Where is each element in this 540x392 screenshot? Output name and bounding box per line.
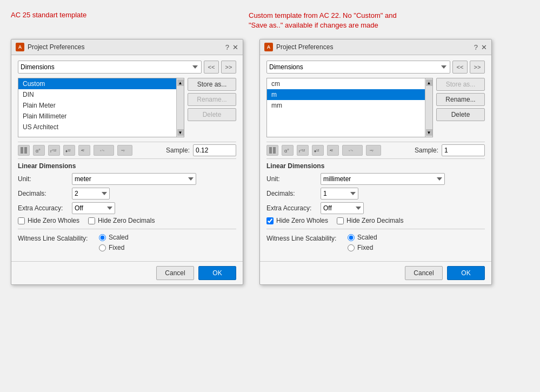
list-item-din[interactable]: DIN — [18, 89, 184, 100]
hide-zero-decimals-left[interactable]: Hide Zero Decimals — [88, 217, 155, 224]
left-caption: AC 25 standart template — [11, 11, 243, 30]
hide-zero-wholes-checkbox-right[interactable] — [266, 217, 274, 224]
sample-input-left[interactable]: 0.12 — [193, 144, 236, 156]
toolbar-icon-3-right[interactable]: r°¹² — [297, 145, 309, 156]
toolbar-icon-1-left[interactable] — [18, 145, 30, 156]
list-item-plain-meter[interactable]: Plain Meter — [18, 100, 184, 111]
toolbar-icon-6-right[interactable]: ≈⁺≈ — [342, 145, 363, 156]
list-item-custom[interactable]: Custom — [18, 78, 184, 89]
svg-text:r°¹²: r°¹² — [50, 149, 57, 154]
fixed-radio-right[interactable]: Fixed — [348, 244, 377, 251]
list-buttons-left: Store as... Rename... Delete — [188, 78, 236, 137]
toolbar-icon-1-right[interactable] — [266, 145, 278, 156]
fixed-radio-input-left[interactable] — [99, 244, 106, 251]
svg-text:≈⁺≈: ≈⁺≈ — [100, 150, 105, 152]
toolbar-icon-2-left[interactable]: α° — [33, 145, 45, 156]
scroll-up-right[interactable]: ▲ — [426, 79, 432, 86]
scroll-down-right[interactable]: ▼ — [426, 129, 432, 136]
separator-right — [266, 229, 485, 229]
linear-dimensions-title-right: Linear Dimensions — [266, 162, 485, 170]
cancel-button-left[interactable]: Cancel — [156, 266, 194, 280]
dialog-body-left: Dimensions << >> Custom DIN Plain Meter … — [11, 55, 243, 257]
prev-btn-left[interactable]: << — [204, 61, 219, 74]
rename-btn-right[interactable]: Rename... — [436, 93, 485, 106]
sample-area-left: Sample: 0.12 — [166, 144, 236, 156]
list-area-left: Custom DIN Plain Meter Plain Millimeter … — [18, 78, 236, 137]
extra-accuracy-select-left[interactable]: Off — [72, 202, 115, 214]
prev-btn-right[interactable]: << — [452, 61, 468, 74]
scaled-radio-left[interactable]: Scaled — [99, 234, 129, 241]
unit-label-left: Unit: — [18, 175, 72, 183]
ok-button-right[interactable]: OK — [447, 266, 485, 280]
cancel-button-right[interactable]: Cancel — [405, 266, 443, 280]
list-scrollbar-left: ▲ ▼ — [176, 78, 184, 137]
category-dropdown-left[interactable]: Dimensions — [18, 61, 202, 74]
sample-input-right[interactable] — [442, 144, 485, 156]
store-as-btn-left[interactable]: Store as... — [188, 78, 236, 91]
help-button-right[interactable]: ? — [474, 43, 478, 51]
scaled-radio-input-right[interactable] — [348, 234, 355, 241]
hide-zero-decimals-checkbox-right[interactable] — [337, 217, 344, 224]
toolbar-icon-4-left[interactable]: ♦¹² — [63, 145, 75, 156]
toolbar-icon-2-right[interactable]: α° — [282, 145, 294, 156]
decimals-select-right[interactable]: 1 — [321, 188, 358, 200]
hide-zero-wholes-checkbox-left[interactable] — [18, 217, 25, 224]
list-item-plain-millimeter[interactable]: Plain Millimeter — [18, 111, 184, 122]
app-icon-right: A — [264, 43, 273, 51]
toolbar-icon-5-left[interactable]: ⁴² — [78, 145, 90, 156]
decimals-label-left: Decimals: — [18, 190, 72, 197]
titlebar-left: A Project Preferences ? ✕ — [11, 39, 243, 55]
svg-text:♦¹²: ♦¹² — [65, 149, 71, 154]
checkbox-row-right: Hide Zero Wholes Hide Zero Decimals — [266, 217, 485, 224]
hide-zero-decimals-checkbox-left[interactable] — [88, 217, 95, 224]
extra-accuracy-select-right[interactable]: Off — [321, 202, 364, 214]
next-btn-right[interactable]: >> — [470, 61, 485, 74]
toolbar-icon-3-left[interactable]: r°¹² — [48, 145, 60, 156]
extra-accuracy-label-right: Extra Accuracy: — [266, 204, 321, 212]
next-btn-left[interactable]: >> — [221, 61, 236, 74]
hide-zero-decimals-right[interactable]: Hide Zero Decimals — [337, 217, 403, 224]
toolbar-icon-7-left[interactable]: ¹²³⁄ — [117, 145, 132, 156]
fixed-radio-input-right[interactable] — [348, 244, 355, 251]
toolbar-icon-7-right[interactable]: ¹²³⁄ — [366, 145, 381, 156]
scroll-down-left[interactable]: ▼ — [177, 129, 184, 136]
delete-btn-right[interactable]: Delete — [436, 108, 485, 121]
list-item-us-architect[interactable]: US Architect — [18, 122, 184, 132]
hide-zero-wholes-right[interactable]: Hide Zero Wholes — [266, 217, 328, 224]
close-button-right[interactable]: ✕ — [481, 43, 487, 51]
separator-left — [18, 229, 236, 229]
title-controls-right: ? ✕ — [474, 43, 487, 51]
checkbox-row-left: Hide Zero Wholes Hide Zero Decimals — [18, 217, 236, 224]
witness-label-left: Witness Line Scalability: — [18, 234, 94, 242]
dropdown-row-left: Dimensions << >> — [18, 61, 236, 74]
unit-select-left[interactable]: meter millimeter — [72, 173, 196, 185]
scroll-up-left[interactable]: ▲ — [177, 79, 184, 86]
top-labels: AC 25 standart template Custom template … — [11, 11, 529, 30]
close-button-left[interactable]: ✕ — [232, 43, 238, 51]
dropdown-row-right: Dimensions << >> — [266, 61, 485, 74]
fixed-radio-left[interactable]: Fixed — [99, 244, 129, 251]
list-item-mm[interactable]: mm — [267, 100, 432, 111]
witness-row-left: Witness Line Scalability: Scaled Fixed — [18, 234, 236, 251]
rename-btn-left[interactable]: Rename... — [188, 93, 236, 106]
list-item-cm[interactable]: cm — [267, 78, 432, 89]
hide-zero-wholes-left[interactable]: Hide Zero Wholes — [18, 217, 79, 224]
store-as-btn-right[interactable]: Store as... — [436, 78, 485, 91]
svg-text:¹²³⁄: ¹²³⁄ — [370, 149, 374, 152]
toolbar-icon-5-right[interactable]: ⁴² — [327, 145, 339, 156]
sample-area-right: Sample: — [415, 144, 485, 156]
toolbar-icon-4-right[interactable]: ♦¹² — [312, 145, 324, 156]
scaled-radio-input-left[interactable] — [99, 234, 106, 241]
list-box-left: Custom DIN Plain Meter Plain Millimeter … — [18, 78, 184, 137]
svg-text:r°¹²: r°¹² — [299, 149, 305, 154]
category-dropdown-right[interactable]: Dimensions — [266, 61, 450, 74]
decimals-select-left[interactable]: 2 — [72, 188, 110, 200]
list-item-m[interactable]: m — [267, 89, 432, 100]
delete-btn-left[interactable]: Delete — [188, 108, 236, 121]
unit-select-right[interactable]: millimeter meter — [321, 173, 445, 185]
scaled-radio-right[interactable]: Scaled — [348, 234, 377, 241]
toolbar-icon-6-left[interactable]: ≈⁺≈ — [94, 145, 114, 156]
ok-button-left[interactable]: OK — [198, 266, 236, 280]
help-button-left[interactable]: ? — [225, 43, 229, 51]
title-controls-left: ? ✕ — [225, 43, 238, 51]
